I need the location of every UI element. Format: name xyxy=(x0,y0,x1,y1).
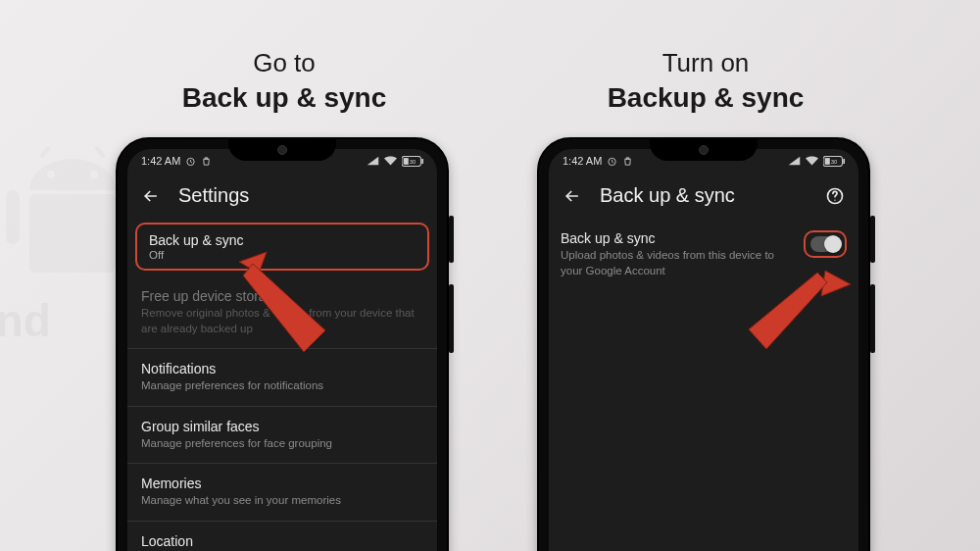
battery-icon: 30 xyxy=(402,156,423,167)
item-subtitle: Upload photos & videos from this device … xyxy=(561,248,794,278)
header: Settings xyxy=(127,173,437,221)
status-time: 1:42 AM xyxy=(563,155,602,167)
back-arrow-icon[interactable] xyxy=(141,186,161,206)
svg-rect-13 xyxy=(825,158,830,165)
phone-side-button xyxy=(870,284,875,353)
camera-icon xyxy=(699,145,709,155)
settings-item-backup-sync[interactable]: Back up & sync Off xyxy=(135,223,429,271)
camera-icon xyxy=(277,145,287,155)
trash-icon xyxy=(622,156,633,167)
item-subtitle: Manage what you see in your memories xyxy=(141,493,423,509)
item-subtitle: Remove original photos & videos from you… xyxy=(141,306,423,336)
svg-point-2 xyxy=(90,171,98,178)
caption-left-line1: Go to xyxy=(253,48,316,77)
svg-point-1 xyxy=(47,171,55,178)
item-title: Back up & sync xyxy=(561,230,794,246)
phone-right: 1:42 AM 30 Back up & sync Back up & sync… xyxy=(537,137,870,551)
svg-rect-8 xyxy=(404,158,409,165)
item-subtitle: Off xyxy=(149,249,416,261)
header: Back up & sync xyxy=(549,173,858,221)
caption-left: Go to Back up & sync xyxy=(88,47,480,116)
svg-rect-14 xyxy=(843,158,845,163)
phone-notch xyxy=(650,139,758,161)
item-subtitle: Manage preferences for notifications xyxy=(141,378,423,394)
signal-icon xyxy=(367,156,379,166)
page-title: Back up & sync xyxy=(600,184,735,207)
backup-sync-toggle-highlight xyxy=(804,230,847,258)
watermark-text: and xyxy=(0,294,51,347)
settings-item[interactable]: MemoriesManage what you see in your memo… xyxy=(127,464,437,522)
battery-icon: 30 xyxy=(823,156,845,167)
svg-rect-5 xyxy=(29,194,116,273)
caption-right-line2: Backup & sync xyxy=(608,82,805,113)
backup-sync-toggle[interactable] xyxy=(810,236,840,252)
item-title: Notifications xyxy=(141,361,423,376)
caption-left-line2: Back up & sync xyxy=(182,82,387,113)
trash-icon xyxy=(201,156,212,167)
settings-item[interactable]: Group similar facesManage preferences fo… xyxy=(127,407,437,465)
item-title: Free up device storage xyxy=(141,288,423,304)
caption-right-line1: Turn on xyxy=(662,48,750,77)
phone-side-button xyxy=(449,216,454,263)
svg-line-3 xyxy=(41,147,49,157)
toggle-knob xyxy=(824,235,842,253)
backup-sync-row: Back up & sync Upload photos & videos fr… xyxy=(549,221,858,288)
svg-line-4 xyxy=(96,147,104,157)
svg-rect-9 xyxy=(421,158,423,163)
item-title: Back up & sync xyxy=(149,232,416,248)
settings-item: Free up device storageRemove original ph… xyxy=(127,276,437,349)
svg-text:30: 30 xyxy=(410,159,416,165)
alarm-icon xyxy=(185,156,196,167)
svg-rect-0 xyxy=(6,190,20,244)
wifi-icon xyxy=(384,156,397,166)
wifi-icon xyxy=(806,156,818,166)
back-arrow-icon[interactable] xyxy=(563,186,582,206)
item-subtitle: Manage preferences for face grouping xyxy=(141,436,423,452)
svg-point-17 xyxy=(834,199,835,200)
signal-icon xyxy=(788,156,801,166)
alarm-icon xyxy=(607,156,617,167)
settings-item[interactable]: NotificationsManage preferences for noti… xyxy=(127,349,437,407)
caption-right: Turn on Backup & sync xyxy=(510,47,902,116)
phone-left: 1:42 AM 30 Settings Back up & sync Off F… xyxy=(116,137,449,551)
item-title: Memories xyxy=(141,476,423,491)
status-time: 1:42 AM xyxy=(141,155,180,167)
help-icon[interactable] xyxy=(825,186,845,206)
settings-item[interactable]: LocationManage your location data xyxy=(127,522,437,551)
svg-text:30: 30 xyxy=(831,159,838,165)
item-title: Location xyxy=(141,533,423,549)
screen-settings: 1:42 AM 30 Settings Back up & sync Off F… xyxy=(127,149,437,551)
page-title: Settings xyxy=(178,184,249,207)
phone-side-button xyxy=(870,216,875,263)
phone-notch xyxy=(228,139,336,161)
item-title: Group similar faces xyxy=(141,419,423,434)
screen-backup-sync: 1:42 AM 30 Back up & sync Back up & sync… xyxy=(549,149,858,551)
phone-side-button xyxy=(449,284,454,353)
